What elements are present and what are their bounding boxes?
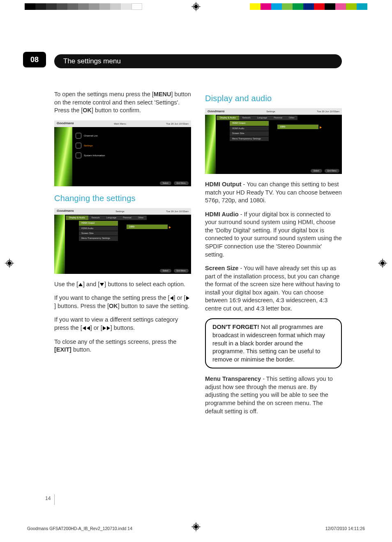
tab: Network (88, 215, 103, 220)
use-arrows-paragraph: Use the [] and [] buttons to select each… (54, 280, 191, 289)
page-number: 14 (45, 495, 51, 502)
right-column: Display and audio Goodmans Settings Tue … (205, 90, 342, 421)
close-paragraph: To close any of the settings screens, pr… (54, 338, 191, 354)
option-value: 1080i (127, 225, 168, 229)
registration-mark-icon (191, 2, 201, 11)
screenshot-brand: Goodmans (57, 209, 74, 213)
option: HDMI Audio (230, 126, 269, 131)
footer-btn: Exit Menu (174, 181, 189, 185)
tab: Other (286, 116, 298, 120)
option: Screen Size (79, 231, 118, 236)
screenshot-settings: Goodmans Settings Tue 29 Jun 10:53am Dis… (54, 208, 191, 274)
tab: Language (254, 116, 270, 120)
option: Menu Transparency Settings (79, 236, 118, 241)
tab: Language (103, 215, 120, 220)
slug-filename: Goodmans GFSAT200HD-A_IB_Rev2_120710.ind… (27, 526, 132, 531)
tab: Parental (270, 116, 286, 120)
registration-mark-icon (378, 259, 387, 268)
menu-item: System Information (84, 154, 105, 157)
chapter-title-bar: The settings menu (54, 54, 342, 68)
option-selected: HDMI Output (79, 221, 118, 225)
hdmi-audio-paragraph: HDMI Audio - If your digital box is conn… (205, 211, 342, 259)
menu-transparency-paragraph: Menu Transparency - This setting allows … (205, 375, 342, 415)
registration-mark-icon (5, 259, 14, 268)
screenshot-brand: Goodmans (208, 109, 225, 114)
slug-timestamp: 12/07/2010 14:11:26 (325, 526, 365, 531)
down-arrow-icon (100, 283, 104, 286)
screenshot-brand: Goodmans (57, 121, 74, 126)
tab: Display & Audio (217, 116, 239, 120)
chapter-number-badge: 08 (23, 52, 46, 67)
screenshot-clock: Tue 29 Jun 10:53am (166, 122, 189, 125)
screenshot-title: Main Menu (114, 122, 126, 125)
left-arrow-icon (87, 326, 90, 330)
screenshot-settings-2: Goodmans Settings Tue 29 Jun 10:53am Dis… (205, 108, 342, 174)
dont-forget-callout: DON'T FORGET! Not all programmes are bro… (205, 318, 342, 368)
footer-btn: Exit Menu (174, 269, 189, 273)
footer-btn: Select (160, 269, 171, 273)
page-content: 08 The settings menu To open the setting… (54, 54, 342, 421)
category-paragraph: If you want to view a different settings… (54, 316, 191, 332)
option-selected: HDMI Output (230, 121, 269, 125)
screenshot-clock: Tue 29 Jun 10:53am (317, 110, 339, 113)
left-column: To open the settings menu press the [MEN… (54, 90, 191, 421)
menu-item-selected: Settings (84, 144, 93, 147)
tab: Display & Audio (66, 215, 88, 220)
option: Menu Transparency Settings (230, 137, 269, 141)
left-arrow-icon (170, 296, 173, 300)
footer-btn: Select (311, 169, 322, 173)
tab: Other (135, 215, 147, 220)
up-arrow-icon (78, 283, 83, 286)
screenshot-main-menu: Goodmans Main Menu Tue 29 Jun 10:53am Ch… (54, 120, 191, 186)
menu-item: Channel List (84, 134, 97, 137)
footer-btn: Exit Menu (325, 169, 339, 173)
screenshot-title: Settings (115, 210, 125, 213)
tab: Network (239, 116, 254, 120)
screen-size-paragraph: Screen Size - You will have already set … (205, 264, 342, 313)
left-arrow-icon (83, 326, 86, 330)
screenshot-clock: Tue 29 Jun 10:53am (166, 210, 189, 213)
right-arrow-icon (186, 296, 189, 300)
intro-paragraph: To open the settings menu press the [MEN… (54, 90, 191, 115)
change-setting-paragraph: If you want to change the setting press … (54, 294, 191, 310)
option-value: 1080i (277, 125, 318, 129)
tab: Parental (120, 215, 135, 220)
hdmi-output-paragraph: HDMI Output - You can change this settin… (205, 181, 342, 205)
option: Screen Size (230, 131, 269, 136)
option: HDMI Audio (79, 226, 118, 231)
screenshot-title: Settings (266, 110, 275, 113)
print-slug: Goodmans GFSAT200HD-A_IB_Rev2_120710.ind… (27, 526, 365, 531)
subheading-changing: Changing the settings (54, 193, 191, 204)
right-arrow-icon (103, 326, 106, 330)
right-arrow-icon (107, 326, 110, 330)
footer-btn: Select (160, 181, 171, 185)
subheading-display-audio: Display and audio (205, 93, 342, 104)
